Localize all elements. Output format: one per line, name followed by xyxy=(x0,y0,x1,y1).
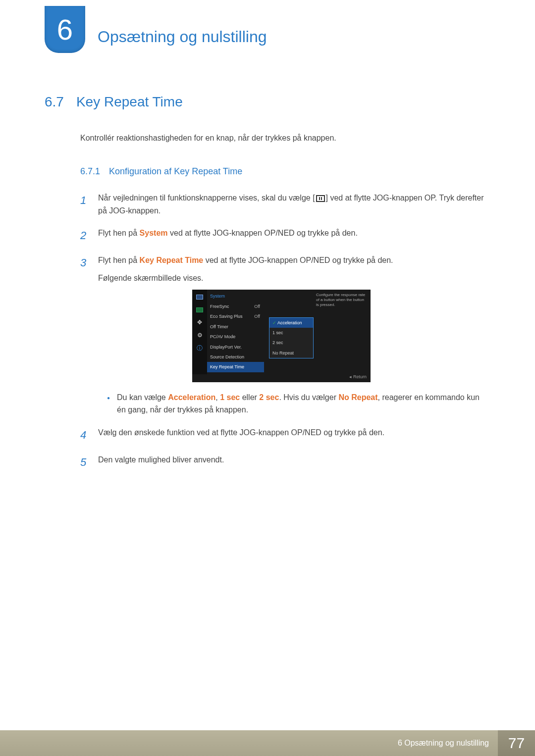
menu-icon xyxy=(316,195,325,202)
osd-sidebar-icons: ✥ ⚙ ⓘ xyxy=(192,290,207,374)
osd-popup-item-selected: Acceleration xyxy=(269,318,313,328)
bullet-text: Du kan vælge Acceleration, 1 sec eller 2… xyxy=(117,391,490,416)
step-1: 1 Når vejledningen til funktionsknappern… xyxy=(80,192,490,217)
subsection-number: 6.7.1 xyxy=(80,166,100,177)
step-number: 4 xyxy=(80,426,89,444)
step-3: 3 Flyt hen på Key Repeat Time ved at fly… xyxy=(80,254,490,416)
highlight: System xyxy=(140,229,168,237)
text: ved at flytte JOG-knappen OP/NED og tryk… xyxy=(203,256,393,264)
text: Når vejledningen til funktionsknapperne … xyxy=(98,194,315,202)
step-number: 1 xyxy=(80,192,89,217)
step-number: 5 xyxy=(80,454,89,471)
subsection-heading: 6.7.1 Konfiguration af Key Repeat Time xyxy=(80,166,490,177)
osd-popup-item: No Repeat xyxy=(269,348,313,358)
chapter-header: 6 Opsætning og nulstilling xyxy=(45,6,267,53)
step-text: Når vejledningen til funktionsknapperne … xyxy=(98,192,490,217)
chapter-number-badge: 6 xyxy=(45,6,85,53)
osd-screenshot: ✥ ⚙ ⓘ System FreeSyncOff Eco Saving Plus… xyxy=(192,290,371,382)
footer-chapter-label: 6 Opsætning og nulstilling xyxy=(0,730,498,756)
step-text: Vælg den ønskede funktion ved at flytte … xyxy=(98,426,490,444)
osd-item: Source Detection xyxy=(207,352,264,362)
chapter-title: Opsætning og nulstilling xyxy=(98,13,267,46)
step-4: 4 Vælg den ønskede funktion ved at flytt… xyxy=(80,426,490,444)
section-heading: 6.7 Key Repeat Time xyxy=(45,94,490,110)
highlight: Key Repeat Time xyxy=(140,256,204,264)
osd-return-label: Return xyxy=(349,373,367,380)
bullet-icon: ● xyxy=(107,391,110,416)
section-title: Key Repeat Time xyxy=(76,94,183,110)
text: Flyt hen på xyxy=(98,256,140,264)
subsection-title: Konfiguration af Key Repeat Time xyxy=(109,166,242,177)
osd-popup-item: 1 sec xyxy=(269,328,313,338)
text: ved at flytte JOG-knappen OP/NED og tryk… xyxy=(168,229,358,237)
step-number: 2 xyxy=(80,227,89,244)
page-footer: 6 Opsætning og nulstilling 77 xyxy=(0,730,535,756)
info-icon: ⓘ xyxy=(195,344,204,353)
osd-popup-item: 2 sec xyxy=(269,338,313,348)
monitor-icon xyxy=(195,293,204,302)
text: Følgende skærmbillede vises. xyxy=(98,272,490,285)
section-intro: Kontrollér reaktionshastigheden for en k… xyxy=(80,132,490,144)
eco-icon xyxy=(195,305,204,314)
osd-item: FreeSyncOff xyxy=(207,302,264,311)
step-5: 5 Den valgte mulighed bliver anvendt. xyxy=(80,454,490,471)
footer-page-number: 77 xyxy=(498,730,535,756)
osd-popup: Acceleration 1 sec 2 sec No Repeat xyxy=(269,317,314,359)
steps-list: 1 Når vejledningen til funktionsknappern… xyxy=(80,192,490,471)
gear-icon: ⚙ xyxy=(195,331,204,340)
step-text: Den valgte mulighed bliver anvendt. xyxy=(98,454,490,471)
osd-item: DisplayPort Ver. xyxy=(207,342,264,352)
osd-item-selected: Key Repeat Time xyxy=(207,362,264,372)
move-icon: ✥ xyxy=(195,318,204,327)
step-text: Flyt hen på Key Repeat Time ved at flytt… xyxy=(98,254,490,416)
osd-menu-heading: System xyxy=(207,292,264,302)
bullet-note: ● Du kan vælge Acceleration, 1 sec eller… xyxy=(107,391,490,416)
section-number: 6.7 xyxy=(45,94,64,110)
osd-item: Off Timer xyxy=(207,322,264,332)
osd-item: Eco Saving PlusOff xyxy=(207,311,264,321)
step-number: 3 xyxy=(80,254,89,416)
osd-menu-list: System FreeSyncOff Eco Saving PlusOff Of… xyxy=(207,290,264,374)
step-2: 2 Flyt hen på System ved at flytte JOG-k… xyxy=(80,227,490,244)
text: Flyt hen på xyxy=(98,229,140,237)
osd-item: PC/AV Mode xyxy=(207,332,264,342)
step-text: Flyt hen på System ved at flytte JOG-kna… xyxy=(98,227,490,244)
osd-description: Configure the response rate of a button … xyxy=(316,293,368,308)
page-content: 6.7 Key Repeat Time Kontrollér reaktions… xyxy=(45,94,490,481)
